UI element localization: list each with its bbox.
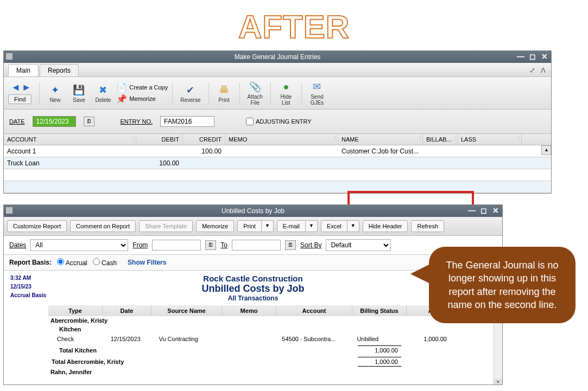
rcol-account[interactable]: Account <box>276 305 352 316</box>
memorize-icon: 📌 <box>116 94 127 104</box>
col-credit[interactable]: CREDIT <box>183 134 225 145</box>
cell-account[interactable]: Account 1 <box>4 146 136 156</box>
scroll-up-icon[interactable]: ▴ <box>541 145 551 155</box>
calendar-icon[interactable]: 🗓 <box>84 117 94 126</box>
tab-main[interactable]: Main <box>8 64 39 76</box>
col-class[interactable]: LASS <box>458 134 522 145</box>
close-icon[interactable]: ✕ <box>491 206 500 215</box>
col-account[interactable]: ACCOUNT <box>4 134 136 145</box>
date-label: DATE <box>9 118 25 125</box>
cash-radio[interactable]: Cash <box>93 258 117 267</box>
subgroup-header: Kitchen <box>48 325 450 334</box>
journal-title: Make General Journal Entries <box>235 53 321 61</box>
print-report-button[interactable]: Print <box>237 220 262 232</box>
cell-class[interactable] <box>458 150 522 152</box>
next-arrow-icon[interactable]: ► <box>22 82 31 93</box>
dates-select[interactable]: All <box>30 239 128 251</box>
share-template-button[interactable]: Share Template <box>139 220 193 232</box>
excel-dropdown-icon[interactable]: ▼ <box>347 220 359 232</box>
excel-button[interactable]: Excel <box>321 220 347 232</box>
rcol-source-name[interactable]: Source Name <box>151 305 222 316</box>
journal-titlebar: Make General Journal Entries — ◻ ✕ <box>4 51 551 63</box>
create-copy-button[interactable]: 📄Create a Copy <box>116 82 168 93</box>
minimize-icon[interactable]: — <box>467 206 476 215</box>
group-header: Abercrombie, Kristy <box>48 316 450 325</box>
customize-report-button[interactable]: Customize Report <box>7 220 67 232</box>
send-gjes-button[interactable]: ✉SendGJEs <box>306 79 328 107</box>
maximize-icon[interactable]: ◻ <box>528 52 537 61</box>
prev-arrow-icon[interactable]: ◄ <box>11 82 21 93</box>
report-title: Unbilled Costs by Job <box>222 207 284 215</box>
hide-list-button[interactable]: ●HideList <box>275 79 297 107</box>
comment-report-button[interactable]: Comment on Report <box>70 220 136 232</box>
print-icon: 🖶 <box>218 84 231 97</box>
date-input[interactable]: 12/15/2023 <box>33 116 76 127</box>
close-icon[interactable]: ✕ <box>540 52 549 61</box>
window-icon <box>6 53 12 60</box>
cell-billable[interactable] <box>423 150 458 152</box>
tab-reports[interactable]: Reports <box>40 64 79 76</box>
table-row <box>4 181 551 193</box>
find-button[interactable]: Find <box>8 94 31 104</box>
refresh-button[interactable]: Refresh <box>411 220 444 232</box>
report-toolbar: Customize Report Comment on Report Share… <box>4 217 502 236</box>
save-button[interactable]: 💾Save <box>68 82 90 104</box>
col-memo[interactable]: MEMO <box>225 134 338 145</box>
filter-row: Dates All From 🗓 To 🗓 Sort By Default <box>4 236 502 255</box>
adjusting-entry-check[interactable]: ADJUSTING ENTRY <box>246 118 311 125</box>
print-dropdown-icon[interactable]: ▼ <box>262 220 274 232</box>
calendar-icon[interactable]: 🗓 <box>285 240 296 250</box>
rcol-billing-status[interactable]: Billing Status <box>352 305 407 316</box>
hide-header-button[interactable]: Hide Header <box>363 220 408 232</box>
cell-name[interactable]: Customer C:Job for Cust... <box>338 146 423 156</box>
from-input[interactable] <box>152 240 201 251</box>
delete-button[interactable]: ✖Delete <box>92 82 114 104</box>
accrual-radio[interactable]: Accrual <box>57 258 87 267</box>
expand-icon[interactable]: ⤢ <box>529 66 535 74</box>
memorize-report-button[interactable]: Memorize <box>196 220 234 232</box>
company-name: Rock Castle Construction <box>59 274 447 283</box>
print-button[interactable]: 🖶Print <box>213 82 235 104</box>
form-row: DATE 12/15/2023 🗓 ENTRY NO. ADJUSTING EN… <box>4 110 551 134</box>
journal-window: Make General Journal Entries — ◻ ✕ Main … <box>3 50 552 194</box>
cell-credit[interactable]: 100.00 <box>183 146 225 156</box>
report-titlebar: Unbilled Costs by Job — ◻ ✕ <box>4 205 502 217</box>
entryno-label: ENTRY NO. <box>121 118 153 125</box>
new-icon: ✦ <box>48 84 61 97</box>
table-row: Truck Loan 100.00 <box>4 157 551 169</box>
memorize-button[interactable]: 📌Memorize <box>116 94 168 104</box>
attach-file-button[interactable]: 📎AttachFile <box>244 79 266 107</box>
reverse-button[interactable]: ✔Reverse <box>177 82 204 104</box>
chevron-up-icon[interactable]: ᐱ <box>541 66 546 74</box>
rcol-type[interactable]: Type <box>48 305 103 316</box>
cell-memo[interactable] <box>225 150 338 152</box>
show-filters-link[interactable]: Show Filters <box>128 259 166 266</box>
save-icon: 💾 <box>72 84 85 97</box>
report-window: Unbilled Costs by Job — ◻ ✕ Customize Re… <box>3 204 503 385</box>
cell-debit[interactable] <box>136 150 183 152</box>
entryno-input[interactable] <box>160 116 214 127</box>
to-input[interactable] <box>232 240 281 251</box>
rcol-date[interactable]: Date <box>103 305 151 316</box>
email-button[interactable]: E-mail <box>277 220 306 232</box>
report-body: 3:32 AM 12/15/23 Accrual Basis Rock Cast… <box>4 271 502 384</box>
table-row: Account 1 100.00 Customer C:Job for Cust… <box>4 145 551 157</box>
col-debit[interactable]: DEBIT <box>136 134 183 145</box>
basis-label: Report Basis: <box>9 259 52 266</box>
email-dropdown-icon[interactable]: ▼ <box>306 220 318 232</box>
calendar-icon[interactable]: 🗓 <box>205 240 216 250</box>
hide-list-icon: ● <box>280 80 293 93</box>
after-heading: AFTER <box>0 8 588 46</box>
report-date: 12/15/23 <box>10 283 59 291</box>
attach-icon: 📎 <box>249 80 262 93</box>
sortby-label: Sort By <box>300 241 321 249</box>
minimize-icon[interactable]: — <box>516 52 525 61</box>
tab-row: Main Reports ⤢ ᐱ <box>4 63 551 77</box>
col-billable[interactable]: BILLAB... <box>423 134 458 145</box>
new-button[interactable]: ✦New <box>44 82 66 104</box>
maximize-icon[interactable]: ◻ <box>479 206 488 215</box>
rcol-memo[interactable]: Memo <box>222 305 276 316</box>
report-row[interactable]: Check 12/15/2023 Vu Contracting 54500 · … <box>48 334 450 344</box>
col-name[interactable]: NAME <box>338 134 423 145</box>
sortby-select[interactable]: Default <box>326 239 391 251</box>
